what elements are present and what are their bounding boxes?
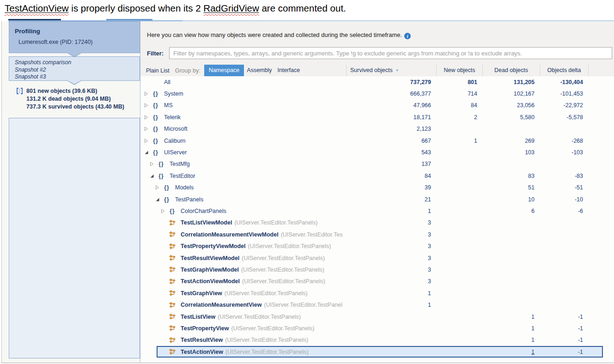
new-objects-value: 1 [436, 138, 482, 144]
tree-row[interactable]: {} System 666,377 714 102,167 -101,453 [140, 88, 614, 99]
tree-row[interactable]: TestActionView (UIServer.TestEditor.Test… [140, 346, 614, 358]
snapshots-comparison-item[interactable]: Snapshots comparison [15, 59, 140, 67]
class-icon [167, 325, 178, 331]
profiling-sidebar: Profiling Lumeresoft.exe (PID: 17240) Sn… [2, 21, 140, 363]
tree-row[interactable]: TestGraphViewModel (UIServer.TestEditor.… [140, 264, 614, 275]
row-name: Telerik [164, 114, 181, 121]
expander-expanded-icon[interactable] [150, 174, 156, 178]
dead-objects-value: 102,167 [482, 91, 540, 97]
survived-objects-stat[interactable]: 737.3 K survived objects (43.40 MB) [9, 103, 140, 111]
expander-collapsed-icon[interactable] [155, 185, 161, 190]
class-icon [167, 279, 178, 285]
group-tab-interface[interactable]: Interface [275, 65, 303, 76]
row-namespace-suffix: (UIServer.TestEditor.TestPanel [264, 302, 343, 308]
new-objects-stat[interactable]: 801 new objects (39.6 KB) [9, 87, 140, 95]
expander-collapsed-icon[interactable] [161, 209, 167, 213]
survived-objects-value: 737,279 [346, 79, 436, 85]
survived-objects-value: 18,171 [346, 114, 436, 121]
misspelled-word: RadGridView [203, 3, 259, 13]
expander-collapsed-icon[interactable] [144, 139, 150, 143]
tree-row[interactable]: {} ColorChartPanels 1 6 -6 [140, 205, 614, 217]
objects-delta-value: -1 [540, 314, 589, 320]
tree-row[interactable]: TestResultView (UIServer.TestEditor.Test… [140, 334, 614, 346]
tree-row[interactable]: TestListViewModel (UIServer.TestEditor.T… [140, 217, 614, 229]
tree-row[interactable]: {} TestMfg 137 [140, 158, 614, 170]
tree-row[interactable]: TestResultViewModel (UIServer.TestEditor… [140, 252, 614, 264]
dead-objects-link[interactable]: 1 [531, 349, 535, 355]
class-icon [167, 255, 178, 261]
tree-row[interactable]: {} TestEditor 84 83 -83 [140, 170, 614, 182]
info-icon[interactable]: i [404, 33, 411, 39]
objects-delta-value: -268 [540, 138, 589, 144]
expander-collapsed-icon[interactable] [144, 103, 150, 108]
dead-objects-value: 131,205 [482, 79, 540, 85]
process-name: Lumeresoft.exe (PID: 17240) [9, 35, 140, 45]
curly-braces-namespace-icon: {} [161, 196, 172, 203]
survived-objects-value: 1 [346, 302, 436, 308]
tree-row[interactable]: TestPropertyViewModel (UIServer.TestEdit… [140, 240, 614, 252]
objects-delta-value: -1 [540, 337, 589, 343]
dead-objects-value: 23,056 [482, 102, 540, 109]
objects-delta-value: -22,972 [540, 102, 589, 109]
new-objects-value: 84 [436, 102, 482, 109]
dead-objects-value: 103 [482, 149, 540, 156]
snapshot-3-item[interactable]: Snapshot #3 [15, 73, 140, 81]
objects-tree: All 737,279 801 131,205 -130,404 {} Syst… [140, 76, 614, 363]
expander-expanded-icon[interactable] [155, 197, 161, 202]
survived-objects-value: 1 [346, 208, 436, 214]
tree-row[interactable]: All 737,279 801 131,205 -130,404 [140, 76, 614, 88]
row-name: TestResultView [181, 337, 223, 343]
tree-row[interactable]: {} UIServer 543 103 -103 [140, 146, 614, 158]
survived-objects-value: 3 [346, 255, 436, 261]
dead-objects-value: 5,580 [482, 114, 540, 121]
tree-row[interactable]: TestListView (UIServer.TestEditor.TestPa… [140, 311, 614, 322]
survived-objects-value: 543 [346, 149, 436, 156]
profiling-session-panel: Profiling Lumeresoft.exe (PID: 17240) [9, 21, 140, 53]
dead-objects-value: 269 [482, 138, 540, 144]
expander-expanded-icon[interactable] [144, 150, 150, 155]
plain-list-toggle[interactable]: Plain List [146, 67, 170, 74]
snapshot-stats: 801 new objects (39.6 KB) 131.2 K dead o… [9, 87, 140, 111]
class-icon [167, 302, 178, 308]
dead-objects-value: 1 [482, 314, 540, 320]
filter-bar: Filter: [147, 47, 614, 59]
column-header-survived-objects[interactable]: Survived objects▼ [346, 65, 436, 76]
group-tab-assembly[interactable]: Assembly [244, 65, 274, 76]
column-header-new-objects[interactable]: New objects [436, 65, 482, 76]
row-namespace-suffix: (UIServer.TestEditor.Tes [281, 231, 343, 238]
dead-objects-stat[interactable]: 131.2 K dead objects (9.04 MB) [9, 95, 140, 103]
tree-row[interactable]: {} MS 47,966 84 23,056 -22,972 [140, 100, 614, 111]
new-objects-value: 801 [436, 79, 482, 85]
survived-objects-value: 84 [346, 173, 436, 179]
class-icon [167, 314, 178, 320]
tree-row[interactable]: TestGraphView (UIServer.TestEditor.TestP… [140, 287, 614, 299]
column-header-dead-objects[interactable]: Dead objects [482, 65, 540, 76]
filter-input[interactable] [169, 47, 612, 59]
intro-text: Here you can view how many objects were … [147, 31, 614, 40]
snapshot-detail-panel [9, 118, 140, 358]
survived-objects-value: 21 [346, 196, 436, 203]
objects-delta-value: -103 [540, 149, 589, 156]
expander-collapsed-icon[interactable] [144, 91, 150, 96]
expander-collapsed-icon[interactable] [150, 162, 156, 166]
tree-row[interactable]: CorrelationMeasurementView (UIServer.Tes… [140, 299, 614, 310]
tree-row[interactable]: TestPropertyView (UIServer.TestEditor.Te… [140, 322, 614, 334]
expander-collapsed-icon[interactable] [144, 127, 150, 131]
tree-row[interactable]: {} Caliburn 667 1 269 -268 [140, 135, 614, 146]
survived-objects-value: 3 [346, 267, 436, 273]
column-header-objects-delta[interactable]: Objects delta [540, 65, 589, 76]
tree-row[interactable]: TestActionViewModel (UIServer.TestEditor… [140, 276, 614, 287]
row-namespace-suffix: (UIServer.TestEditor.TestPanels) [225, 349, 309, 355]
class-icon [167, 267, 178, 273]
snapshot-2-item[interactable]: Snapshot #2 [15, 67, 140, 74]
group-tab-namespace[interactable]: Namespace [204, 65, 244, 76]
tree-row[interactable]: CorrelationMeasurementViewModel (UIServe… [140, 229, 614, 240]
profiler-window: Profiling Lumeresoft.exe (PID: 17240) Sn… [1, 21, 614, 363]
survived-objects-value: 1 [346, 290, 436, 297]
expander-collapsed-icon[interactable] [144, 115, 150, 120]
tree-row[interactable]: {} Microsoft 2,123 [140, 123, 614, 135]
tree-row[interactable]: {} TestPanels 21 10 -10 [140, 194, 614, 205]
tree-row[interactable]: {} Telerik 18,171 2 5,580 -5,578 [140, 111, 614, 123]
row-name: TestMfg [170, 161, 190, 167]
tree-row[interactable]: {} Models 39 51 -51 [140, 182, 614, 194]
